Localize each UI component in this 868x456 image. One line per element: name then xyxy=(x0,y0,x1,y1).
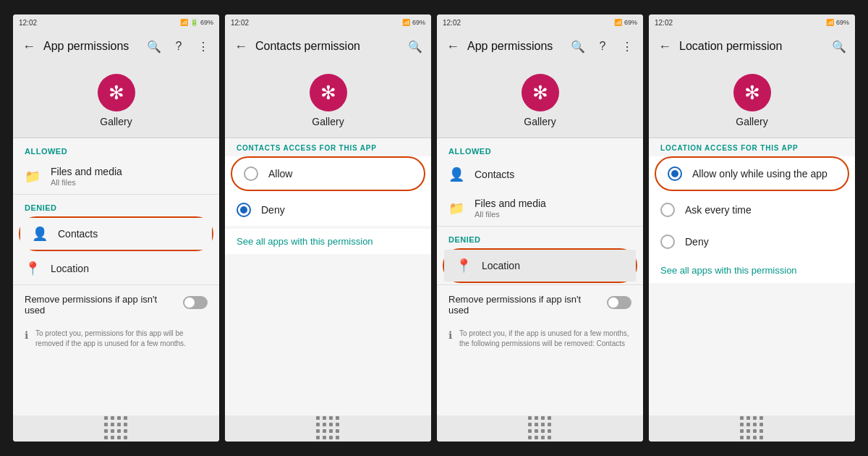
toggle-switch-3[interactable] xyxy=(607,296,631,309)
info-icon-3: ℹ xyxy=(448,329,452,341)
location-icon-3: 📍 xyxy=(456,258,472,274)
app-section-1: ✻ Gallery xyxy=(13,62,219,138)
screen-4: 12:02 📶 69% ← Location permission 🔍 ✻ Ga… xyxy=(649,14,855,442)
allow-radio-2[interactable]: Allow xyxy=(232,158,424,190)
allow-label-2: Allow xyxy=(268,168,292,180)
allowed-label-1: ALLOWED xyxy=(13,138,219,159)
ask-every-time-label-4: Ask every time xyxy=(685,204,752,216)
nav-dots-2 xyxy=(316,416,341,441)
location-text-3: Location xyxy=(482,260,624,271)
search-button-3[interactable]: 🔍 xyxy=(568,36,588,56)
app-icon-2: ✻ xyxy=(310,74,347,111)
search-button-1[interactable]: 🔍 xyxy=(144,36,164,56)
search-button-4[interactable]: 🔍 xyxy=(829,36,849,56)
toggle-row-3: Remove permissions if app isn't used xyxy=(437,285,643,324)
contacts-text-3: Contacts xyxy=(475,169,631,180)
location-section-header-4: LOCATION ACCESS FOR THIS APP xyxy=(649,138,855,153)
status-icons-1: 📶 🔋 69% xyxy=(180,19,213,26)
person-icon-3: 👤 xyxy=(448,166,464,182)
status-bar-3: 12:02 📶 69% xyxy=(437,14,643,30)
content-3: ALLOWED 👤 Contacts 📁 Files and media All… xyxy=(437,138,643,415)
allow-while-using-outer-4 xyxy=(668,166,682,181)
back-button-1[interactable]: ← xyxy=(19,36,39,56)
screen-3: 12:02 📶 69% ← App permissions 🔍 ? ⋮ ✻ Ga… xyxy=(437,14,643,442)
battery-4: 69% xyxy=(836,19,849,26)
contacts-item-3[interactable]: 👤 Contacts xyxy=(437,159,643,190)
info-text-1: To protect you, permissions for this app… xyxy=(35,329,208,349)
menu-button-1[interactable]: ⋮ xyxy=(193,36,213,56)
screen-1: 12:02 📶 🔋 69% ← App permissions 🔍 ? ⋮ ✻ … xyxy=(13,14,219,442)
contacts-section-header-2: CONTACTS ACCESS FOR THIS APP xyxy=(225,138,431,153)
contacts-item-1[interactable]: 👤 Contacts xyxy=(20,218,212,250)
allow-while-using-label-4: Allow only while using the app xyxy=(692,168,827,180)
toggle-row-1: Remove permissions if app isn't used xyxy=(13,285,219,324)
deny-label-4: Deny xyxy=(685,236,709,248)
toggle-knob-3 xyxy=(608,297,618,308)
allow-while-using-radio-4[interactable]: Allow only while using the app xyxy=(656,158,848,190)
allow-radio-outer-2 xyxy=(244,166,258,181)
top-bar-3: ← App permissions 🔍 ? ⋮ xyxy=(437,30,643,62)
location-title-3: Location xyxy=(482,260,624,271)
app-name-3: Gallery xyxy=(524,116,556,127)
status-icons-2: 📶 69% xyxy=(402,19,425,26)
signal-icon-4: 📶 xyxy=(826,19,834,26)
app-icon-4: ✻ xyxy=(733,74,771,111)
deny-radio-outer-2 xyxy=(237,203,251,217)
deny-label-2: Deny xyxy=(261,204,285,216)
back-button-4[interactable]: ← xyxy=(655,36,675,56)
deny-radio-4[interactable]: Deny xyxy=(649,226,855,258)
help-button-3[interactable]: ? xyxy=(592,36,613,56)
status-bar-2: 12:02 📶 69% xyxy=(225,14,431,30)
files-text-3: Files and media All files xyxy=(475,198,631,219)
signal-icon-2: 📶 xyxy=(402,19,410,26)
see-all-link-2[interactable]: See all apps with this permission xyxy=(225,229,431,254)
app-name-4: Gallery xyxy=(736,116,767,127)
app-section-2: ✻ Gallery xyxy=(225,62,431,138)
top-bar-4: ← Location permission 🔍 xyxy=(649,30,855,62)
nav-dots-4 xyxy=(740,416,765,441)
battery-1: 69% xyxy=(200,19,213,26)
files-text-1: Files and media All files xyxy=(51,166,208,187)
battery-3: 69% xyxy=(624,19,637,26)
menu-button-3[interactable]: ⋮ xyxy=(617,36,637,56)
files-media-item-3[interactable]: 📁 Files and media All files xyxy=(437,190,643,226)
see-all-link-4[interactable]: See all apps with this permission xyxy=(649,258,855,283)
battery-2: 69% xyxy=(412,19,425,26)
files-subtitle-1: All files xyxy=(51,178,208,187)
time-3: 12:02 xyxy=(443,19,461,27)
signal-icon-1: 📶 xyxy=(180,19,188,26)
app-section-3: ✻ Gallery xyxy=(437,62,643,138)
folder-icon-1: 📁 xyxy=(25,169,41,185)
toggle-switch-1[interactable] xyxy=(183,296,208,309)
back-button-3[interactable]: ← xyxy=(443,36,463,56)
files-media-item-1[interactable]: 📁 Files and media All files xyxy=(13,159,219,194)
bottom-nav-4 xyxy=(649,415,855,442)
screens-container: 12:02 📶 🔋 69% ← App permissions 🔍 ? ⋮ ✻ … xyxy=(13,14,855,442)
location-title-1: Location xyxy=(51,263,208,274)
toggle-knob-1 xyxy=(184,297,195,308)
bottom-nav-1 xyxy=(13,415,219,442)
app-icon-1: ✻ xyxy=(98,74,135,111)
status-icons-3: 📶 69% xyxy=(614,19,637,26)
person-icon-1: 👤 xyxy=(32,226,48,242)
screen-2: 12:02 📶 69% ← Contacts permission 🔍 ✻ Ga… xyxy=(225,14,431,442)
bottom-nav-2 xyxy=(225,415,431,442)
help-button-1[interactable]: ? xyxy=(169,36,189,56)
deny-radio-2[interactable]: Deny xyxy=(225,194,431,226)
signal-icon-3: 📶 xyxy=(614,19,622,26)
denied-label-1: DENIED xyxy=(13,195,219,215)
folder-icon-3: 📁 xyxy=(448,200,464,216)
back-button-2[interactable]: ← xyxy=(231,36,251,56)
toggle-label-1: Remove permissions if app isn't used xyxy=(25,294,176,316)
location-item-1[interactable]: 📍 Location xyxy=(13,253,219,284)
deny-radio-outer-4 xyxy=(660,235,675,249)
ask-every-time-radio-4[interactable]: Ask every time xyxy=(649,194,855,226)
search-button-2[interactable]: 🔍 xyxy=(405,36,425,56)
time-1: 12:02 xyxy=(19,19,37,27)
denied-label-3: DENIED xyxy=(437,227,643,247)
app-section-4: ✻ Gallery xyxy=(649,62,855,138)
bottom-nav-3 xyxy=(437,415,643,442)
page-title-4: Location permission xyxy=(679,40,825,53)
info-icon-1: ℹ xyxy=(25,329,28,341)
location-item-3[interactable]: 📍 Location xyxy=(444,250,636,282)
